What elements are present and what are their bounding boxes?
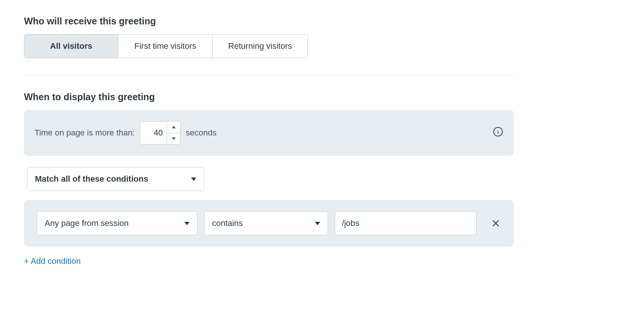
time-on-page-units: seconds (186, 128, 217, 138)
time-on-page-panel: Time on page is more than: seconds (24, 110, 514, 156)
close-icon (491, 219, 500, 228)
stepper-up-button[interactable] (167, 122, 180, 133)
condition-value-input[interactable] (335, 211, 477, 235)
condition-field-select[interactable]: Any page from session (37, 211, 197, 235)
caret-down-icon (184, 222, 190, 225)
tab-first-time-visitors-label: First time visitors (134, 41, 196, 51)
chevron-down-icon (172, 137, 176, 140)
audience-segmented-control: All visitors First time visitors Returni… (24, 34, 308, 58)
chevron-up-icon (172, 126, 176, 128)
match-mode-label: Match all of these conditions (35, 174, 148, 184)
tab-returning-visitors[interactable]: Returning visitors (213, 35, 307, 58)
greeting-settings-page: Who will receive this greeting All visit… (0, 0, 644, 282)
when-section-title: When to display this greeting (24, 92, 620, 102)
stepper-buttons (167, 122, 180, 144)
condition-operator-select[interactable]: contains (204, 211, 328, 235)
add-condition-link[interactable]: + Add condition (24, 256, 81, 266)
match-mode-select[interactable]: Match all of these conditions (27, 167, 204, 191)
time-on-page-label: Time on page is more than: (35, 128, 135, 138)
tab-returning-visitors-label: Returning visitors (228, 41, 292, 51)
who-section-title: Who will receive this greeting (24, 16, 620, 27)
condition-operator-label: contains (212, 218, 243, 228)
caret-down-icon (315, 222, 320, 225)
tab-all-visitors[interactable]: All visitors (24, 35, 118, 58)
time-on-page-input[interactable] (140, 122, 167, 144)
tab-all-visitors-label: All visitors (50, 41, 92, 51)
caret-down-icon (191, 178, 196, 181)
time-on-page-stepper (140, 121, 181, 144)
section-divider (24, 75, 514, 75)
stepper-down-button[interactable] (167, 133, 180, 144)
condition-field-label: Any page from session (45, 218, 129, 228)
condition-row: Any page from session contains (24, 200, 514, 247)
info-icon[interactable] (493, 126, 503, 139)
remove-condition-button[interactable] (489, 217, 503, 230)
svg-point-2 (498, 129, 498, 130)
tab-first-time-visitors[interactable]: First time visitors (118, 35, 213, 58)
